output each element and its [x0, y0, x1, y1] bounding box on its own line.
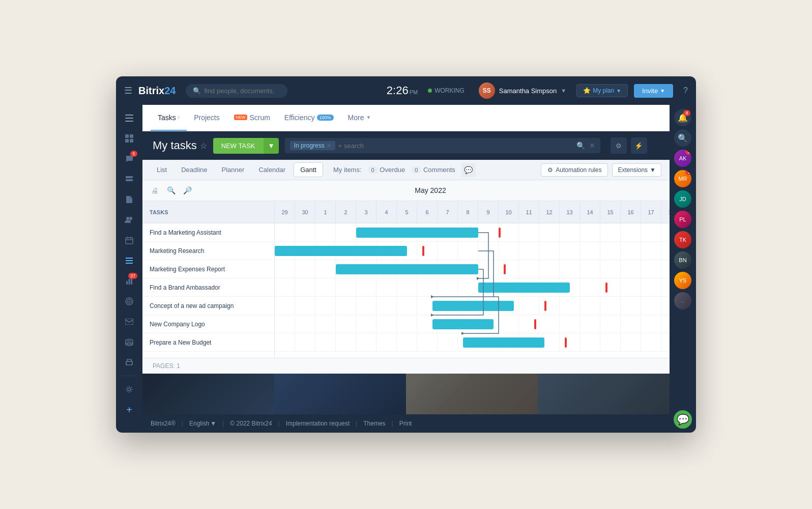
notification-bell-icon[interactable]: 🔔 8 — [674, 109, 691, 126]
sidebar-icon-chat[interactable]: 5 — [120, 150, 138, 168]
gantt-row-4 — [275, 297, 670, 315]
view-tab-list[interactable]: List — [151, 163, 173, 177]
svg-point-9 — [126, 217, 129, 220]
right-avatar-mr-badge: 1 — [685, 170, 691, 175]
view-tab-gantt[interactable]: Gantt — [294, 162, 323, 177]
task-row-6[interactable]: Prepare a New Budget — [142, 333, 274, 352]
star-icon[interactable]: ☆ — [200, 141, 207, 151]
search-filter-icon[interactable]: 🔍 — [576, 142, 585, 150]
sidebar-icon-docs[interactable] — [120, 190, 138, 209]
gantt-row-0 — [275, 223, 670, 242]
zoom-in-icon[interactable]: 🔎 — [181, 184, 193, 196]
task-row-3[interactable]: Find a Brand Ambassador — [142, 278, 274, 297]
right-avatar-ys[interactable]: YS — [674, 272, 691, 289]
hamburger-icon[interactable]: ☰ — [124, 85, 132, 96]
svg-point-23 — [128, 388, 131, 391]
task-row-1[interactable]: Marketing Research — [142, 242, 274, 260]
view-tab-deadline[interactable]: Deadline — [175, 163, 213, 177]
help-icon[interactable]: ? — [683, 86, 688, 95]
footer-implementation[interactable]: Implementation request — [286, 420, 350, 427]
in-progress-filter[interactable]: In progress ✕ — [290, 141, 335, 150]
lightning-icon-button[interactable]: ⚡ — [631, 137, 647, 154]
gantt-bar-5[interactable] — [432, 319, 494, 329]
footer-language[interactable]: English ▼ — [189, 420, 216, 427]
my-plan-button[interactable]: ⭐ My plan ▼ — [576, 84, 628, 97]
footer-print[interactable]: Print — [399, 420, 412, 427]
view-tab-planner[interactable]: Planner — [216, 163, 251, 177]
right-avatar-extra[interactable]: ... — [674, 292, 691, 309]
tab-scrum[interactable]: NEW Scrum — [227, 105, 277, 131]
clear-filter-icon[interactable]: ✕ — [589, 142, 595, 150]
tab-tasks[interactable]: Tasks › — [151, 105, 187, 131]
svg-rect-5 — [125, 139, 129, 143]
sidebar-icon-menu[interactable] — [120, 109, 138, 127]
filter-bar: In progress ✕ 🔍 ✕ — [285, 138, 600, 153]
tab-more[interactable]: More ▼ — [341, 105, 379, 131]
sidebar-icon-goals[interactable] — [120, 292, 138, 310]
filter-close-icon[interactable]: ✕ — [327, 143, 331, 149]
search-global-icon[interactable]: 🔍 — [674, 129, 691, 147]
gantt-toolbar: 🖨 🔍 🔎 May 2022 — [142, 180, 670, 201]
footer-themes[interactable]: Themes — [363, 420, 385, 427]
svg-rect-3 — [125, 134, 129, 138]
settings-icon-button[interactable]: ⚙ — [611, 137, 627, 154]
right-avatar-bn[interactable]: BN — [674, 251, 691, 269]
search-input[interactable] — [204, 87, 275, 95]
task-row-4[interactable]: Concept of a new ad campaign — [142, 297, 274, 315]
right-avatar-ak[interactable]: AK 3 — [674, 150, 691, 167]
invite-button[interactable]: Invite ▼ — [634, 84, 673, 98]
new-task-dropdown[interactable]: ▼ — [264, 138, 279, 154]
extensions-button[interactable]: Extensions ▼ — [612, 163, 661, 177]
footer-sep-3: | — [278, 420, 280, 427]
right-avatar-jd[interactable]: JD — [674, 190, 691, 208]
gantt-area: 🖨 🔍 🔎 May 2022 Tasks Find a Marketing As… — [142, 180, 670, 374]
working-status[interactable]: WORKING — [428, 87, 465, 94]
search-bar[interactable]: 🔍 — [186, 84, 287, 98]
chat-bubble-icon[interactable]: 💬 — [461, 163, 476, 177]
task-row-0[interactable]: Find a Marketing Assistant — [142, 223, 274, 242]
gantt-bar-2[interactable] — [336, 264, 478, 274]
automation-rules-button[interactable]: ⚙ Automation rules — [541, 163, 608, 177]
gantt-deadline-1 — [422, 246, 424, 256]
chevron-down-icon: ▼ — [210, 420, 216, 427]
sidebar-icon-analytics[interactable]: 37 — [120, 272, 138, 290]
date-8: 8 — [458, 201, 478, 223]
right-avatar-pl[interactable]: PL — [674, 211, 691, 228]
gantt-bar-3[interactable] — [478, 282, 570, 293]
notification-badge: 8 — [683, 110, 690, 116]
zoom-out-icon[interactable]: 🔍 — [165, 184, 177, 196]
date-11: 11 — [519, 201, 539, 223]
sidebar-icon-print[interactable] — [120, 353, 138, 372]
sidebar-icon-drive[interactable] — [120, 333, 138, 351]
chat-float-button[interactable]: 💬 — [674, 410, 692, 429]
gantt-bar-6[interactable] — [463, 337, 544, 348]
sidebar-icon-storage[interactable] — [120, 170, 138, 188]
search-tasks-input[interactable] — [338, 142, 573, 150]
gantt-row-2 — [275, 260, 670, 278]
sidebar-icon-add[interactable]: + — [120, 401, 138, 419]
sidebar-icon-people[interactable] — [120, 211, 138, 229]
view-tab-calendar[interactable]: Calendar — [252, 163, 292, 177]
date-13: 13 — [560, 201, 580, 223]
print-gantt-icon[interactable]: 🖨 — [149, 184, 161, 196]
gantt-container: Tasks Find a Marketing Assistant Marketi… — [142, 201, 670, 358]
gantt-bar-4[interactable] — [432, 301, 514, 311]
sidebar-icon-calendar[interactable] — [120, 231, 138, 249]
new-task-button[interactable]: NEW TASK — [213, 138, 264, 154]
task-row-2[interactable]: Marketing Expenses Report — [142, 260, 274, 278]
gantt-bar-1[interactable] — [275, 246, 407, 256]
right-avatar-mr[interactable]: MR 1 — [674, 170, 691, 187]
sidebar-icon-email[interactable] — [120, 313, 138, 331]
task-row-5[interactable]: New Company Logo — [142, 315, 274, 333]
gantt-bar-0[interactable] — [356, 228, 478, 238]
tab-efficiency[interactable]: Efficiency 100% — [277, 105, 341, 131]
right-avatar-tk[interactable]: TK — [674, 231, 691, 248]
svg-rect-7 — [126, 176, 133, 178]
overdue-item: 0 Overdue — [368, 166, 405, 174]
sidebar-icon-tasks[interactable] — [120, 251, 138, 270]
sidebar-icon-grid[interactable] — [120, 129, 138, 148]
gantt-dates-header: 29 30 1 2 3 4 5 6 7 8 9 — [275, 201, 670, 223]
sidebar-icon-settings[interactable] — [120, 380, 138, 399]
tab-projects[interactable]: Projects — [187, 105, 227, 131]
date-6: 6 — [417, 201, 438, 223]
